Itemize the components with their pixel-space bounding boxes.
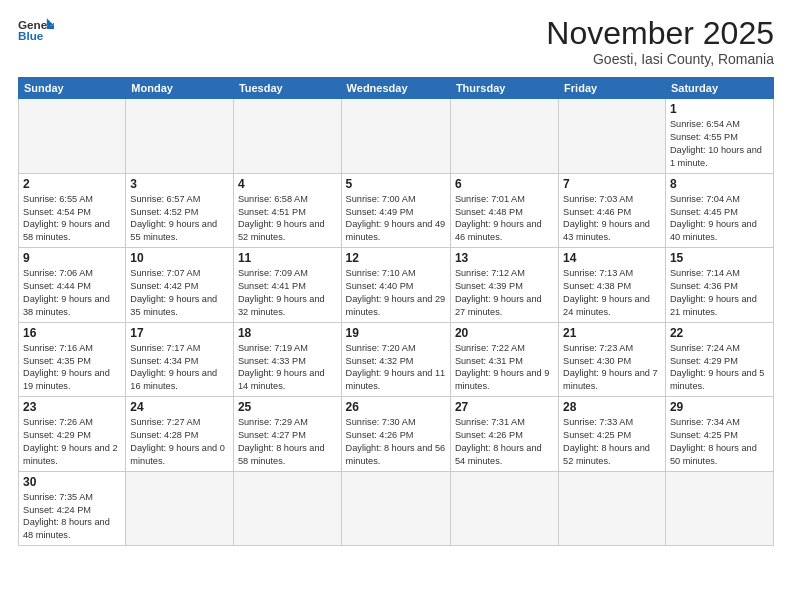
table-row: 4Sunrise: 6:58 AM Sunset: 4:51 PM Daylig… [233, 173, 341, 248]
table-row [233, 471, 341, 546]
day-info: Sunrise: 7:06 AM Sunset: 4:44 PM Dayligh… [23, 267, 121, 319]
table-row: 11Sunrise: 7:09 AM Sunset: 4:41 PM Dayli… [233, 248, 341, 323]
day-number: 23 [23, 400, 121, 414]
day-info: Sunrise: 7:23 AM Sunset: 4:30 PM Dayligh… [563, 342, 661, 394]
table-row: 26Sunrise: 7:30 AM Sunset: 4:26 PM Dayli… [341, 397, 450, 472]
day-number: 1 [670, 102, 769, 116]
day-info: Sunrise: 7:16 AM Sunset: 4:35 PM Dayligh… [23, 342, 121, 394]
day-info: Sunrise: 7:07 AM Sunset: 4:42 PM Dayligh… [130, 267, 229, 319]
day-number: 19 [346, 326, 446, 340]
table-row: 15Sunrise: 7:14 AM Sunset: 4:36 PM Dayli… [665, 248, 773, 323]
day-number: 28 [563, 400, 661, 414]
table-row: 21Sunrise: 7:23 AM Sunset: 4:30 PM Dayli… [559, 322, 666, 397]
header-friday: Friday [559, 78, 666, 99]
day-number: 24 [130, 400, 229, 414]
table-row: 30Sunrise: 7:35 AM Sunset: 4:24 PM Dayli… [19, 471, 126, 546]
generalblue-icon: General Blue [18, 16, 54, 44]
day-number: 30 [23, 475, 121, 489]
table-row: 24Sunrise: 7:27 AM Sunset: 4:28 PM Dayli… [126, 397, 234, 472]
table-row: 20Sunrise: 7:22 AM Sunset: 4:31 PM Dayli… [450, 322, 558, 397]
location: Goesti, Iasi County, Romania [546, 51, 774, 67]
weekday-header-row: Sunday Monday Tuesday Wednesday Thursday… [19, 78, 774, 99]
table-row: 10Sunrise: 7:07 AM Sunset: 4:42 PM Dayli… [126, 248, 234, 323]
day-number: 15 [670, 251, 769, 265]
header-thursday: Thursday [450, 78, 558, 99]
table-row [126, 99, 234, 174]
table-row: 14Sunrise: 7:13 AM Sunset: 4:38 PM Dayli… [559, 248, 666, 323]
table-row [126, 471, 234, 546]
table-row [665, 471, 773, 546]
table-row: 6Sunrise: 7:01 AM Sunset: 4:48 PM Daylig… [450, 173, 558, 248]
day-number: 22 [670, 326, 769, 340]
table-row: 19Sunrise: 7:20 AM Sunset: 4:32 PM Dayli… [341, 322, 450, 397]
day-number: 26 [346, 400, 446, 414]
day-number: 4 [238, 177, 337, 191]
day-info: Sunrise: 7:26 AM Sunset: 4:29 PM Dayligh… [23, 416, 121, 468]
day-info: Sunrise: 7:14 AM Sunset: 4:36 PM Dayligh… [670, 267, 769, 319]
day-info: Sunrise: 7:20 AM Sunset: 4:32 PM Dayligh… [346, 342, 446, 394]
day-number: 12 [346, 251, 446, 265]
table-row [559, 471, 666, 546]
day-info: Sunrise: 7:10 AM Sunset: 4:40 PM Dayligh… [346, 267, 446, 319]
day-number: 29 [670, 400, 769, 414]
day-info: Sunrise: 7:12 AM Sunset: 4:39 PM Dayligh… [455, 267, 554, 319]
table-row [19, 99, 126, 174]
day-number: 11 [238, 251, 337, 265]
day-info: Sunrise: 7:09 AM Sunset: 4:41 PM Dayligh… [238, 267, 337, 319]
header-saturday: Saturday [665, 78, 773, 99]
day-number: 20 [455, 326, 554, 340]
day-info: Sunrise: 7:35 AM Sunset: 4:24 PM Dayligh… [23, 491, 121, 543]
day-info: Sunrise: 6:54 AM Sunset: 4:55 PM Dayligh… [670, 118, 769, 170]
header-tuesday: Tuesday [233, 78, 341, 99]
day-info: Sunrise: 7:34 AM Sunset: 4:25 PM Dayligh… [670, 416, 769, 468]
table-row: 22Sunrise: 7:24 AM Sunset: 4:29 PM Dayli… [665, 322, 773, 397]
day-info: Sunrise: 6:58 AM Sunset: 4:51 PM Dayligh… [238, 193, 337, 245]
day-number: 13 [455, 251, 554, 265]
svg-text:Blue: Blue [18, 29, 44, 42]
table-row [341, 471, 450, 546]
day-info: Sunrise: 7:17 AM Sunset: 4:34 PM Dayligh… [130, 342, 229, 394]
table-row: 13Sunrise: 7:12 AM Sunset: 4:39 PM Dayli… [450, 248, 558, 323]
table-row: 9Sunrise: 7:06 AM Sunset: 4:44 PM Daylig… [19, 248, 126, 323]
day-info: Sunrise: 6:57 AM Sunset: 4:52 PM Dayligh… [130, 193, 229, 245]
day-number: 8 [670, 177, 769, 191]
day-info: Sunrise: 7:30 AM Sunset: 4:26 PM Dayligh… [346, 416, 446, 468]
table-row: 5Sunrise: 7:00 AM Sunset: 4:49 PM Daylig… [341, 173, 450, 248]
day-info: Sunrise: 7:31 AM Sunset: 4:26 PM Dayligh… [455, 416, 554, 468]
table-row: 27Sunrise: 7:31 AM Sunset: 4:26 PM Dayli… [450, 397, 558, 472]
svg-rect-3 [47, 26, 54, 30]
day-number: 2 [23, 177, 121, 191]
day-number: 3 [130, 177, 229, 191]
table-row [450, 99, 558, 174]
table-row: 18Sunrise: 7:19 AM Sunset: 4:33 PM Dayli… [233, 322, 341, 397]
day-number: 18 [238, 326, 337, 340]
table-row [559, 99, 666, 174]
table-row: 23Sunrise: 7:26 AM Sunset: 4:29 PM Dayli… [19, 397, 126, 472]
day-number: 16 [23, 326, 121, 340]
day-info: Sunrise: 6:55 AM Sunset: 4:54 PM Dayligh… [23, 193, 121, 245]
table-row: 1Sunrise: 6:54 AM Sunset: 4:55 PM Daylig… [665, 99, 773, 174]
header-wednesday: Wednesday [341, 78, 450, 99]
table-row: 28Sunrise: 7:33 AM Sunset: 4:25 PM Dayli… [559, 397, 666, 472]
day-number: 7 [563, 177, 661, 191]
table-row [341, 99, 450, 174]
day-number: 17 [130, 326, 229, 340]
table-row: 25Sunrise: 7:29 AM Sunset: 4:27 PM Dayli… [233, 397, 341, 472]
page: General Blue November 2025 Goesti, Iasi … [0, 0, 792, 612]
header-sunday: Sunday [19, 78, 126, 99]
day-info: Sunrise: 7:04 AM Sunset: 4:45 PM Dayligh… [670, 193, 769, 245]
day-info: Sunrise: 7:03 AM Sunset: 4:46 PM Dayligh… [563, 193, 661, 245]
table-row: 17Sunrise: 7:17 AM Sunset: 4:34 PM Dayli… [126, 322, 234, 397]
day-number: 6 [455, 177, 554, 191]
table-row: 3Sunrise: 6:57 AM Sunset: 4:52 PM Daylig… [126, 173, 234, 248]
day-number: 9 [23, 251, 121, 265]
table-row: 29Sunrise: 7:34 AM Sunset: 4:25 PM Dayli… [665, 397, 773, 472]
table-row: 2Sunrise: 6:55 AM Sunset: 4:54 PM Daylig… [19, 173, 126, 248]
day-info: Sunrise: 7:33 AM Sunset: 4:25 PM Dayligh… [563, 416, 661, 468]
day-number: 27 [455, 400, 554, 414]
header: General Blue November 2025 Goesti, Iasi … [18, 16, 774, 67]
table-row [450, 471, 558, 546]
day-info: Sunrise: 7:13 AM Sunset: 4:38 PM Dayligh… [563, 267, 661, 319]
header-monday: Monday [126, 78, 234, 99]
table-row: 8Sunrise: 7:04 AM Sunset: 4:45 PM Daylig… [665, 173, 773, 248]
